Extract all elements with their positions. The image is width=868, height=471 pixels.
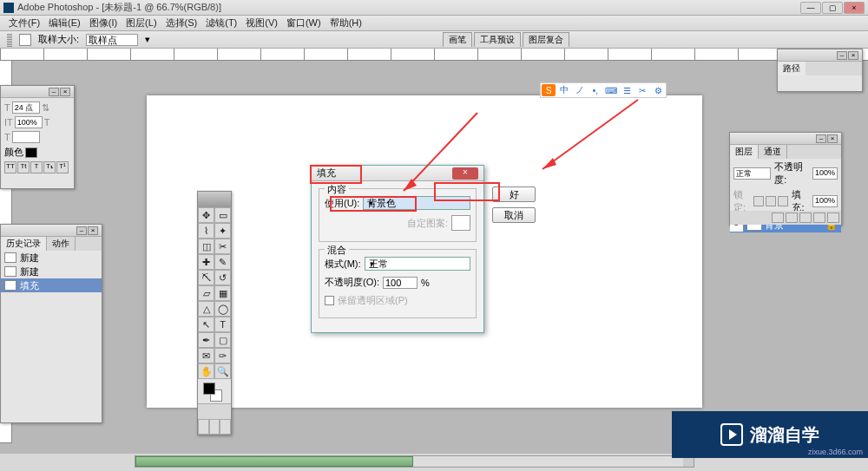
tab-layers[interactable]: 图层	[730, 145, 759, 159]
lasso-tool[interactable]: ⌇	[198, 223, 214, 239]
menu-layer[interactable]: 图层(L)	[122, 16, 160, 29]
heal-tool[interactable]: ✚	[198, 254, 214, 270]
panel-close-button[interactable]: ×	[60, 88, 70, 96]
window-min-button[interactable]: —	[800, 2, 821, 14]
char-style-button-2[interactable]: T	[30, 161, 43, 173]
font-size-field[interactable]: 24 点	[12, 101, 40, 114]
layers-panel-min-button[interactable]: –	[816, 134, 826, 143]
new-layer-button[interactable]	[813, 213, 825, 223]
toolbox-header[interactable]	[198, 192, 231, 207]
ime-emoji-button[interactable]: •,	[589, 84, 602, 96]
tab-actions[interactable]: 动作	[47, 237, 76, 251]
ime-skin-button[interactable]: ✂	[635, 84, 649, 96]
foreground-color-swatch[interactable]	[203, 383, 215, 395]
ok-button[interactable]: 好	[492, 186, 536, 202]
opacity-input[interactable]: 100	[383, 277, 418, 289]
palette-tab-brushes[interactable]: 画笔	[443, 32, 472, 47]
notes-tool[interactable]: ✉	[198, 348, 214, 363]
menu-view[interactable]: 视图(V)	[242, 16, 281, 29]
paths-panel-close-button[interactable]: ×	[848, 51, 858, 60]
ime-lang-button[interactable]: 中	[557, 84, 571, 96]
wand-tool[interactable]: ✦	[214, 223, 231, 239]
tab-history[interactable]: 历史记录	[1, 237, 47, 251]
path-select-tool[interactable]: ↖	[198, 317, 214, 332]
new-group-button[interactable]	[799, 213, 812, 223]
ime-logo-icon[interactable]: S	[542, 84, 556, 96]
blend-mode-select[interactable]: 正常	[733, 167, 771, 180]
move-tool[interactable]: ✥	[198, 207, 214, 223]
history-panel-min-button[interactable]: –	[76, 226, 87, 235]
menu-edit[interactable]: 编辑(E)	[45, 16, 84, 29]
slice-tool[interactable]: ✂	[214, 239, 231, 254]
stamp-tool[interactable]: ⛏	[198, 270, 214, 285]
text-color-swatch[interactable]	[25, 147, 37, 158]
leading-field[interactable]: 100%	[15, 116, 43, 128]
brush-tool[interactable]: ✎	[214, 254, 231, 270]
history-snapshot-item[interactable]: 新建	[1, 251, 102, 265]
screen-mode-standard[interactable]	[198, 419, 209, 435]
crop-tool[interactable]: ◫	[198, 239, 214, 254]
lock-all-button[interactable]	[778, 196, 788, 206]
tab-paths[interactable]: 路径	[778, 62, 806, 75]
sample-size-select[interactable]: 取样点	[86, 34, 138, 46]
tab-channels[interactable]: 通道	[759, 145, 787, 159]
cancel-button[interactable]: 取消	[492, 207, 536, 223]
dialog-close-button[interactable]: ×	[452, 167, 478, 180]
menu-filter[interactable]: 滤镜(T)	[202, 16, 240, 29]
menu-help[interactable]: 帮助(H)	[326, 16, 365, 29]
menu-select[interactable]: 选择(S)	[162, 16, 201, 29]
tool-preset-icon[interactable]	[19, 34, 31, 46]
quickmask-toggle[interactable]	[198, 403, 231, 419]
panel-min-button[interactable]: –	[49, 88, 59, 96]
type-tool[interactable]: T	[214, 317, 231, 332]
dropdown-arrow-icon[interactable]: ▾	[145, 34, 150, 45]
history-brush-tool[interactable]: ↺	[214, 270, 231, 285]
ime-settings-button[interactable]: ⚙	[651, 84, 665, 96]
screen-mode-full-menubar[interactable]	[209, 419, 220, 435]
zoom-tool[interactable]: 🔍	[214, 363, 231, 379]
history-item-selected[interactable]: 填充	[1, 278, 102, 292]
layer-fx-button[interactable]	[772, 213, 784, 223]
char-style-button-3[interactable]: T₁	[43, 161, 56, 173]
paths-panel-min-button[interactable]: –	[837, 51, 847, 60]
history-item[interactable]: 新建	[1, 265, 102, 278]
ime-menu-button[interactable]: ☰	[620, 84, 634, 96]
scrollbar-thumb[interactable]	[135, 456, 413, 467]
menu-window[interactable]: 窗口(W)	[283, 16, 325, 29]
hand-tool[interactable]: ✋	[198, 363, 214, 379]
screen-mode-full[interactable]	[220, 419, 231, 435]
opacity-field[interactable]: 100%	[812, 167, 838, 180]
options-grip-icon[interactable]	[7, 33, 12, 47]
shape-tool[interactable]: ▢	[214, 332, 231, 348]
aa-field[interactable]	[12, 131, 40, 143]
lock-pixels-button[interactable]	[753, 196, 764, 206]
ime-punct-button[interactable]: ノ	[573, 84, 587, 96]
pen-tool[interactable]: ✒	[198, 332, 214, 348]
eyedropper-tool[interactable]: ✑	[214, 348, 231, 363]
preserve-transparency-checkbox[interactable]	[325, 296, 334, 305]
char-style-button-4[interactable]: T¹	[56, 161, 69, 173]
dodge-tool[interactable]: ◯	[214, 301, 231, 317]
blur-tool[interactable]: △	[198, 301, 214, 317]
palette-tab-layer-comps[interactable]: 图层复合	[523, 32, 569, 47]
menu-image[interactable]: 图像(I)	[86, 16, 121, 29]
menu-file[interactable]: 文件(F)	[5, 16, 43, 29]
horizontal-scrollbar[interactable]	[135, 455, 694, 468]
char-style-button-0[interactable]: TT	[4, 161, 16, 173]
ime-softkb-button[interactable]: ⌨	[604, 84, 618, 96]
gradient-tool[interactable]: ▦	[214, 285, 231, 301]
window-max-button[interactable]: ▢	[822, 2, 843, 14]
layer-mask-button[interactable]	[786, 213, 798, 223]
use-select[interactable]: 背景色 ▼	[363, 196, 470, 210]
marquee-tool[interactable]: ▭	[214, 207, 231, 223]
layers-panel-close-button[interactable]: ×	[827, 134, 838, 143]
window-close-button[interactable]: ×	[844, 2, 865, 14]
char-style-button-1[interactable]: Tt	[17, 161, 30, 173]
eraser-tool[interactable]: ▱	[198, 285, 214, 301]
mode-select[interactable]: 正常 ▼	[365, 257, 470, 271]
palette-tab-tool-presets[interactable]: 工具预设	[474, 32, 521, 47]
fill-field[interactable]: 100%	[812, 195, 838, 207]
lock-position-button[interactable]	[766, 196, 776, 206]
delete-layer-button[interactable]	[827, 213, 839, 223]
history-panel-close-button[interactable]: ×	[88, 226, 98, 235]
